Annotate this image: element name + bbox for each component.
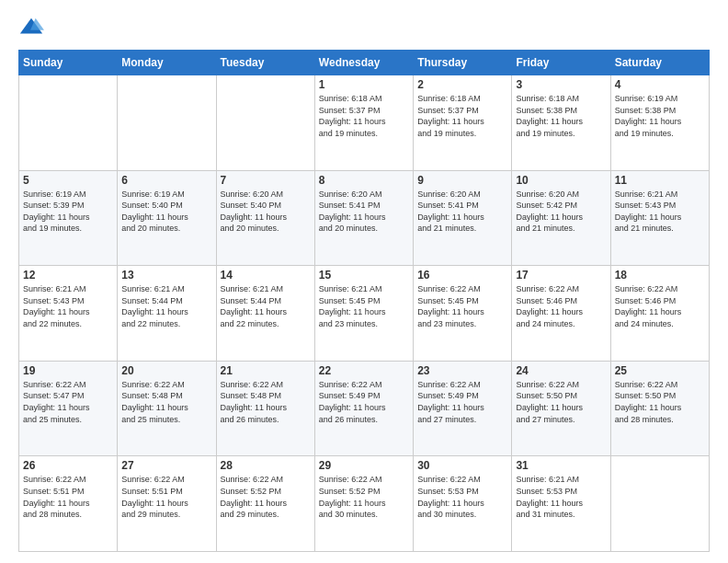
- day-number: 25: [615, 364, 705, 377]
- calendar-cell: 19Sunrise: 6:22 AM Sunset: 5:47 PM Dayli…: [19, 361, 118, 456]
- day-info: Sunrise: 6:22 AM Sunset: 5:48 PM Dayligh…: [121, 379, 211, 425]
- day-number: 7: [221, 174, 311, 187]
- day-number: 17: [516, 269, 606, 282]
- calendar-cell: [118, 75, 216, 171]
- day-number: 2: [417, 78, 507, 91]
- day-info: Sunrise: 6:22 AM Sunset: 5:51 PM Dayligh…: [23, 474, 113, 520]
- calendar-cell: 17Sunrise: 6:22 AM Sunset: 5:46 PM Dayli…: [512, 266, 610, 362]
- day-number: 24: [516, 364, 606, 377]
- day-number: 28: [221, 459, 311, 472]
- day-info: Sunrise: 6:22 AM Sunset: 5:52 PM Dayligh…: [319, 474, 409, 520]
- calendar-cell: 18Sunrise: 6:22 AM Sunset: 5:46 PM Dayli…: [610, 266, 709, 362]
- calendar-cell: 25Sunrise: 6:22 AM Sunset: 5:50 PM Dayli…: [610, 361, 709, 456]
- calendar-cell: 12Sunrise: 6:21 AM Sunset: 5:43 PM Dayli…: [19, 266, 118, 362]
- calendar-cell: 31Sunrise: 6:21 AM Sunset: 5:53 PM Dayli…: [512, 456, 610, 552]
- calendar-cell: 26Sunrise: 6:22 AM Sunset: 5:51 PM Dayli…: [19, 456, 118, 552]
- day-number: 21: [221, 364, 311, 377]
- day-number: 1: [319, 78, 409, 91]
- day-info: Sunrise: 6:19 AM Sunset: 5:38 PM Dayligh…: [615, 93, 705, 139]
- day-info: Sunrise: 6:18 AM Sunset: 5:37 PM Dayligh…: [319, 93, 409, 139]
- calendar-cell: [216, 75, 314, 171]
- day-number: 5: [23, 174, 113, 187]
- day-number: 13: [121, 269, 211, 282]
- page: SundayMondayTuesdayWednesdayThursdayFrid…: [0, 0, 728, 563]
- calendar-header-row: SundayMondayTuesdayWednesdayThursdayFrid…: [19, 51, 710, 75]
- day-info: Sunrise: 6:22 AM Sunset: 5:50 PM Dayligh…: [615, 379, 705, 425]
- calendar-cell: 9Sunrise: 6:20 AM Sunset: 5:41 PM Daylig…: [414, 170, 512, 266]
- calendar-table: SundayMondayTuesdayWednesdayThursdayFrid…: [18, 50, 710, 552]
- day-number: 18: [615, 269, 705, 282]
- day-info: Sunrise: 6:21 AM Sunset: 5:53 PM Dayligh…: [516, 474, 606, 520]
- day-number: 19: [23, 364, 113, 377]
- day-number: 27: [121, 459, 211, 472]
- day-number: 8: [319, 174, 409, 187]
- day-info: Sunrise: 6:21 AM Sunset: 5:45 PM Dayligh…: [319, 283, 409, 329]
- day-info: Sunrise: 6:22 AM Sunset: 5:52 PM Dayligh…: [221, 474, 311, 520]
- calendar-cell: 14Sunrise: 6:21 AM Sunset: 5:44 PM Dayli…: [216, 266, 314, 362]
- calendar-week-row: 12Sunrise: 6:21 AM Sunset: 5:43 PM Dayli…: [19, 266, 710, 362]
- day-number: 12: [23, 269, 113, 282]
- day-info: Sunrise: 6:22 AM Sunset: 5:46 PM Dayligh…: [516, 283, 606, 329]
- day-number: 26: [23, 459, 113, 472]
- calendar-header-friday: Friday: [512, 51, 610, 75]
- header: [18, 15, 710, 40]
- calendar-cell: 20Sunrise: 6:22 AM Sunset: 5:48 PM Dayli…: [118, 361, 216, 456]
- calendar-header-saturday: Saturday: [610, 51, 709, 75]
- day-number: 14: [221, 269, 311, 282]
- day-info: Sunrise: 6:19 AM Sunset: 5:39 PM Dayligh…: [23, 189, 113, 235]
- calendar-cell: 6Sunrise: 6:19 AM Sunset: 5:40 PM Daylig…: [118, 170, 216, 266]
- day-info: Sunrise: 6:18 AM Sunset: 5:38 PM Dayligh…: [516, 93, 606, 139]
- day-number: 15: [319, 269, 409, 282]
- day-info: Sunrise: 6:18 AM Sunset: 5:37 PM Dayligh…: [417, 93, 507, 139]
- day-info: Sunrise: 6:22 AM Sunset: 5:49 PM Dayligh…: [319, 379, 409, 425]
- calendar-cell: 16Sunrise: 6:22 AM Sunset: 5:45 PM Dayli…: [414, 266, 512, 362]
- day-number: 29: [319, 459, 409, 472]
- day-number: 11: [615, 174, 705, 187]
- calendar-week-row: 26Sunrise: 6:22 AM Sunset: 5:51 PM Dayli…: [19, 456, 710, 552]
- day-number: 3: [516, 78, 606, 91]
- calendar-cell: 30Sunrise: 6:22 AM Sunset: 5:53 PM Dayli…: [414, 456, 512, 552]
- calendar-cell: 27Sunrise: 6:22 AM Sunset: 5:51 PM Dayli…: [118, 456, 216, 552]
- day-info: Sunrise: 6:21 AM Sunset: 5:44 PM Dayligh…: [221, 283, 311, 329]
- day-info: Sunrise: 6:20 AM Sunset: 5:42 PM Dayligh…: [516, 189, 606, 235]
- calendar-week-row: 5Sunrise: 6:19 AM Sunset: 5:39 PM Daylig…: [19, 170, 710, 266]
- day-info: Sunrise: 6:19 AM Sunset: 5:40 PM Dayligh…: [121, 189, 211, 235]
- day-info: Sunrise: 6:22 AM Sunset: 5:48 PM Dayligh…: [221, 379, 311, 425]
- calendar-cell: 15Sunrise: 6:21 AM Sunset: 5:45 PM Dayli…: [314, 266, 413, 362]
- calendar-cell: 4Sunrise: 6:19 AM Sunset: 5:38 PM Daylig…: [610, 75, 709, 171]
- day-info: Sunrise: 6:21 AM Sunset: 5:44 PM Dayligh…: [121, 283, 211, 329]
- calendar-cell: 29Sunrise: 6:22 AM Sunset: 5:52 PM Dayli…: [314, 456, 413, 552]
- day-info: Sunrise: 6:21 AM Sunset: 5:43 PM Dayligh…: [615, 189, 705, 235]
- day-number: 10: [516, 174, 606, 187]
- day-number: 9: [417, 174, 507, 187]
- calendar-header-monday: Monday: [118, 51, 216, 75]
- day-number: 23: [417, 364, 507, 377]
- day-info: Sunrise: 6:21 AM Sunset: 5:43 PM Dayligh…: [23, 283, 113, 329]
- calendar-cell: 7Sunrise: 6:20 AM Sunset: 5:40 PM Daylig…: [216, 170, 314, 266]
- day-info: Sunrise: 6:22 AM Sunset: 5:46 PM Dayligh…: [615, 283, 705, 329]
- day-number: 6: [121, 174, 211, 187]
- calendar-cell: 10Sunrise: 6:20 AM Sunset: 5:42 PM Dayli…: [512, 170, 610, 266]
- day-info: Sunrise: 6:20 AM Sunset: 5:40 PM Dayligh…: [221, 189, 311, 235]
- day-info: Sunrise: 6:22 AM Sunset: 5:50 PM Dayligh…: [516, 379, 606, 425]
- calendar-cell: 21Sunrise: 6:22 AM Sunset: 5:48 PM Dayli…: [216, 361, 314, 456]
- day-info: Sunrise: 6:20 AM Sunset: 5:41 PM Dayligh…: [319, 189, 409, 235]
- day-number: 20: [121, 364, 211, 377]
- logo-icon: [18, 15, 44, 40]
- calendar-header-tuesday: Tuesday: [216, 51, 314, 75]
- calendar-cell: 3Sunrise: 6:18 AM Sunset: 5:38 PM Daylig…: [512, 75, 610, 171]
- calendar-cell: 23Sunrise: 6:22 AM Sunset: 5:49 PM Dayli…: [414, 361, 512, 456]
- day-info: Sunrise: 6:22 AM Sunset: 5:53 PM Dayligh…: [417, 474, 507, 520]
- calendar-header-sunday: Sunday: [19, 51, 118, 75]
- day-info: Sunrise: 6:22 AM Sunset: 5:51 PM Dayligh…: [121, 474, 211, 520]
- calendar-header-wednesday: Wednesday: [314, 51, 413, 75]
- calendar-cell: 11Sunrise: 6:21 AM Sunset: 5:43 PM Dayli…: [610, 170, 709, 266]
- day-info: Sunrise: 6:22 AM Sunset: 5:49 PM Dayligh…: [417, 379, 507, 425]
- day-number: 30: [417, 459, 507, 472]
- day-number: 31: [516, 459, 606, 472]
- calendar-cell: 22Sunrise: 6:22 AM Sunset: 5:49 PM Dayli…: [314, 361, 413, 456]
- calendar-cell: 13Sunrise: 6:21 AM Sunset: 5:44 PM Dayli…: [118, 266, 216, 362]
- logo: [18, 15, 48, 40]
- calendar-cell: 2Sunrise: 6:18 AM Sunset: 5:37 PM Daylig…: [414, 75, 512, 171]
- calendar-cell: [610, 456, 709, 552]
